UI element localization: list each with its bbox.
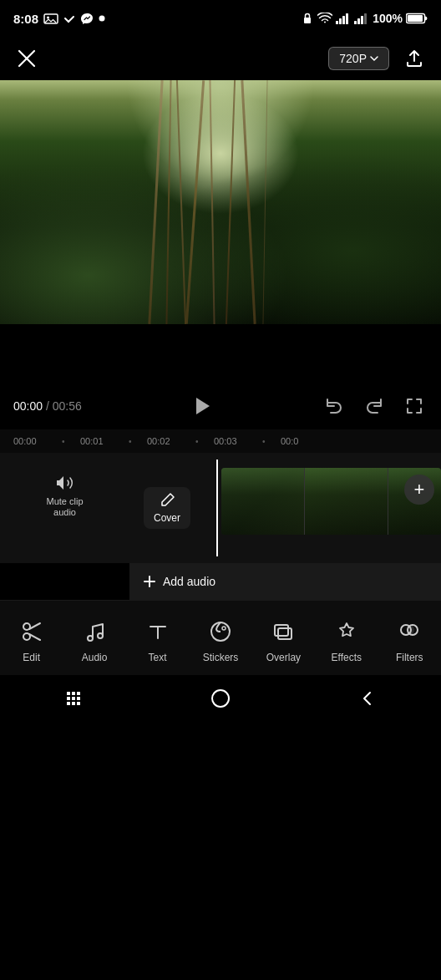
top-toolbar: 720P [0, 37, 441, 80]
nav-recents-button[interactable] [57, 682, 90, 715]
tool-edit[interactable]: Edit [7, 617, 57, 663]
tool-stickers[interactable]: Stickers [195, 617, 246, 663]
dot-icon [99, 15, 105, 22]
timeline-ruler: 00:00 00:01 00:02 00:03 00:0 • • • • [0, 429, 441, 453]
svg-rect-38 [67, 702, 70, 705]
overlay-label: Overlay [266, 652, 301, 663]
svg-rect-8 [354, 21, 357, 24]
svg-rect-32 [67, 692, 70, 695]
wifi-icon [317, 13, 332, 24]
speaker-icon [55, 473, 75, 493]
svg-point-27 [222, 627, 226, 630]
fullscreen-icon [404, 396, 424, 416]
svg-point-1 [47, 17, 49, 19]
audio-icon-container [79, 617, 109, 647]
svg-rect-10 [361, 16, 363, 24]
lock-icon [301, 12, 314, 25]
svg-rect-3 [304, 18, 311, 23]
add-audio-label: Add audio [163, 575, 215, 588]
filters-icon [398, 620, 421, 643]
messenger-icon [80, 13, 94, 24]
cover-area: Cover [129, 460, 205, 556]
overlay-icon-container [268, 617, 298, 647]
svg-rect-11 [364, 13, 367, 24]
cover-button[interactable]: Cover [144, 487, 190, 529]
stickers-icon-container [205, 617, 236, 647]
tool-filters[interactable]: Filters [384, 617, 434, 663]
svg-rect-7 [346, 13, 348, 24]
audio-label: Audio [82, 652, 108, 663]
play-button[interactable] [185, 389, 218, 423]
svg-rect-39 [72, 702, 75, 705]
filters-label: Filters [396, 652, 423, 663]
ruler-00-03: 00:03 [214, 436, 237, 446]
track-actions: Mute clip audio [0, 460, 129, 556]
scissors-icon [20, 620, 43, 643]
text-label: Text [149, 652, 167, 663]
sticker-icon [209, 620, 232, 643]
effects-icon [335, 620, 358, 643]
tool-audio[interactable]: Audio [69, 617, 119, 663]
status-time: 8:08 [13, 12, 105, 26]
music-icon [83, 620, 106, 643]
svg-point-2 [99, 16, 105, 22]
svg-rect-36 [72, 697, 75, 700]
video-frame-0 [221, 468, 305, 535]
svg-rect-6 [342, 16, 345, 24]
tool-text[interactable]: Text [133, 617, 183, 663]
mute-clip-button[interactable]: Mute clip audio [46, 473, 83, 518]
redo-icon [364, 396, 384, 416]
gallery-icon [43, 13, 58, 24]
stickers-label: Stickers [203, 652, 239, 663]
svg-rect-28 [275, 625, 288, 636]
edit-icon-container [17, 617, 47, 647]
svg-rect-5 [339, 18, 342, 24]
filters-icon-container [394, 617, 424, 647]
timeline-tracks: Mute clip audio Cover + [0, 453, 441, 563]
video-strip [221, 468, 441, 535]
playhead [216, 460, 218, 556]
video-track[interactable]: + [205, 460, 441, 556]
signal2-icon [354, 13, 369, 24]
nav-bar [0, 675, 441, 722]
fullscreen-button[interactable] [401, 393, 428, 419]
video-preview [0, 80, 441, 324]
quality-button[interactable]: 720P [328, 47, 389, 70]
edit-label: Edit [23, 652, 40, 663]
add-audio-row[interactable]: Add audio [129, 563, 441, 600]
undo-button[interactable] [321, 393, 347, 419]
cover-edit-icon [159, 492, 175, 509]
video-frame-1 [305, 468, 388, 535]
status-right-icons: 100% [301, 12, 428, 25]
ruler-00-00: 00:00 [13, 436, 37, 446]
mute-label: Mute clip audio [46, 496, 83, 518]
check-icon [63, 13, 75, 24]
undo-icon [324, 396, 344, 416]
time-display: 00:00 / 00:56 [13, 399, 82, 413]
effects-label: Effects [332, 652, 362, 663]
close-button[interactable] [12, 43, 42, 74]
home-icon [210, 688, 231, 708]
battery-icon [406, 13, 428, 24]
text-icon [146, 620, 170, 643]
add-media-button[interactable]: + [404, 475, 434, 505]
svg-rect-34 [77, 692, 80, 695]
effects-icon-container [332, 617, 362, 647]
timeline: 00:00 00:01 00:02 00:03 00:0 • • • • Mut… [0, 429, 441, 563]
status-bar: 8:08 [0, 0, 441, 37]
nav-home-button[interactable] [204, 682, 237, 715]
svg-rect-37 [77, 697, 80, 700]
svg-rect-4 [336, 21, 338, 24]
export-button[interactable] [399, 43, 429, 74]
ruler-00-02: 00:02 [147, 436, 170, 446]
ruler-00-01: 00:01 [80, 436, 104, 446]
svg-rect-35 [67, 697, 70, 700]
add-icon [143, 575, 156, 588]
svg-rect-40 [77, 702, 80, 705]
redo-button[interactable] [361, 393, 388, 419]
tool-overlay[interactable]: Overlay [258, 617, 308, 663]
tool-effects[interactable]: Effects [322, 617, 372, 663]
svg-point-22 [88, 636, 93, 641]
svg-point-23 [98, 633, 103, 638]
nav-back-button[interactable] [351, 682, 384, 715]
